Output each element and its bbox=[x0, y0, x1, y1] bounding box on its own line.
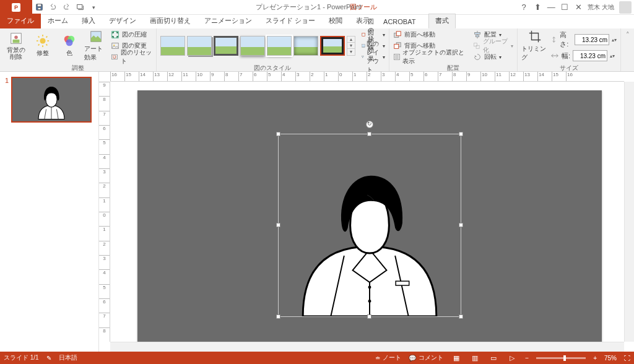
quick-access-toolbar: P ▾ プレゼンテーション1 - PowerPoint 図ツール ? ⬆ — ☐… bbox=[0, 0, 634, 15]
resize-handle[interactable] bbox=[276, 314, 280, 319]
reading-view-button[interactable]: ▭ bbox=[488, 354, 499, 362]
zoom-out-button[interactable]: − bbox=[525, 355, 529, 362]
svg-rect-42 bbox=[476, 45, 479, 48]
slide-panel: 1 bbox=[0, 72, 99, 352]
color-button[interactable]: 色 bbox=[58, 30, 82, 62]
svg-line-12 bbox=[38, 37, 40, 38]
gallery-scroll[interactable]: ▴▾▾ bbox=[347, 36, 355, 56]
help-button[interactable]: ? bbox=[517, 1, 531, 14]
tab-review[interactable]: 校閲 bbox=[322, 14, 349, 28]
svg-rect-26 bbox=[362, 46, 365, 47]
svg-rect-29 bbox=[362, 57, 363, 58]
vertical-ruler: 987654321012345678 bbox=[99, 82, 110, 342]
width-input[interactable] bbox=[573, 50, 607, 61]
style-thumb[interactable] bbox=[187, 36, 212, 56]
svg-rect-1 bbox=[37, 4, 41, 7]
spellcheck-icon[interactable]: ✎ bbox=[46, 355, 51, 362]
sorter-view-button[interactable]: ▥ bbox=[469, 354, 480, 362]
zoom-in-button[interactable]: + bbox=[593, 355, 597, 362]
selection-pane-button[interactable]: オブジェクトの選択と表示 bbox=[393, 52, 466, 62]
svg-rect-3 bbox=[77, 4, 82, 9]
user-name: 荒木 大地 bbox=[588, 3, 614, 12]
picture-layout-button[interactable]: 図のレイアウト▾ bbox=[362, 52, 385, 62]
zoom-level[interactable]: 75% bbox=[604, 355, 617, 362]
fit-to-window-button[interactable]: ⛶ bbox=[624, 355, 630, 362]
slide-indicator[interactable]: スライド 1/1 bbox=[4, 353, 39, 362]
svg-point-18 bbox=[66, 39, 73, 46]
crop-button[interactable]: トリミング bbox=[521, 30, 548, 62]
tab-acrobat[interactable]: ACROBAT bbox=[376, 15, 422, 28]
resize-handle[interactable] bbox=[276, 132, 280, 136]
style-thumb[interactable] bbox=[267, 36, 292, 56]
slide-thumbnail[interactable] bbox=[11, 77, 92, 123]
reset-picture-button[interactable]: 図のリセット bbox=[111, 52, 152, 62]
svg-line-14 bbox=[38, 45, 40, 46]
window-title: プレゼンテーション1 - PowerPoint bbox=[100, 2, 517, 12]
user-avatar[interactable] bbox=[619, 1, 632, 14]
undo-button[interactable] bbox=[46, 1, 59, 14]
svg-rect-28 bbox=[363, 56, 364, 57]
maximize-button[interactable]: ☐ bbox=[558, 1, 571, 14]
minimize-button[interactable]: — bbox=[544, 1, 558, 14]
tab-transitions[interactable]: 画面切り替え bbox=[143, 14, 198, 28]
save-button[interactable] bbox=[32, 1, 46, 14]
svg-rect-6 bbox=[12, 40, 19, 43]
style-thumb[interactable] bbox=[293, 36, 318, 56]
group-adjust: 背景の 削除 修整 色 アート効果 図の圧縮 図 bbox=[0, 28, 157, 71]
picture-content bbox=[279, 134, 461, 316]
style-thumb[interactable] bbox=[240, 36, 265, 56]
language-indicator[interactable]: 日本語 bbox=[59, 353, 77, 362]
style-thumb[interactable] bbox=[214, 36, 238, 56]
tab-file[interactable]: ファイル bbox=[0, 14, 41, 28]
style-thumb[interactable] bbox=[160, 36, 185, 56]
height-icon bbox=[550, 35, 557, 44]
close-button[interactable]: ✕ bbox=[571, 1, 585, 14]
vertical-scrollbar[interactable] bbox=[624, 82, 634, 342]
rotate-handle[interactable] bbox=[366, 121, 373, 128]
group-button[interactable]: グループ化▾ bbox=[473, 41, 513, 51]
svg-rect-2 bbox=[38, 7, 41, 9]
bring-forward-button[interactable]: 前面へ移動 bbox=[393, 30, 466, 40]
resize-handle[interactable] bbox=[459, 223, 463, 227]
ribbon-display-button[interactable]: ⬆ bbox=[531, 1, 544, 14]
group-arrange: 前面へ移動 背面へ移動 オブジェクトの選択と表示 配置▾ グ bbox=[389, 28, 518, 71]
zoom-slider[interactable] bbox=[536, 357, 586, 359]
picture-style-gallery[interactable]: ▴▾▾ bbox=[160, 36, 355, 56]
slideshow-view-button[interactable]: ▷ bbox=[506, 354, 518, 362]
remove-bg-button[interactable]: 背景の 削除 bbox=[4, 30, 28, 62]
tab-design[interactable]: デザイン bbox=[102, 14, 143, 28]
resize-handle[interactable] bbox=[367, 314, 371, 319]
contextual-tab-label: 図ツール bbox=[350, 2, 377, 12]
start-from-beginning-button[interactable] bbox=[73, 1, 87, 14]
qat-customize-button[interactable]: ▾ bbox=[87, 1, 100, 14]
resize-handle[interactable] bbox=[459, 314, 463, 319]
tab-insert[interactable]: 挿入 bbox=[75, 14, 102, 28]
resize-handle[interactable] bbox=[459, 132, 463, 136]
tab-home[interactable]: ホーム bbox=[41, 14, 75, 28]
group-size: トリミング 高さ: ▴▾ 幅: ▴▾ サイズ bbox=[518, 28, 621, 71]
selected-picture[interactable] bbox=[278, 134, 461, 317]
style-thumb-selected[interactable] bbox=[320, 36, 345, 56]
resize-handle[interactable] bbox=[276, 223, 280, 227]
comments-button[interactable]: 💬 コメント bbox=[409, 353, 443, 362]
tab-slideshow[interactable]: スライド ショー bbox=[259, 14, 322, 28]
resize-handle[interactable] bbox=[367, 132, 371, 136]
svg-line-15 bbox=[46, 37, 47, 38]
tab-animations[interactable]: アニメーション bbox=[198, 14, 259, 28]
ribbon: 背景の 削除 修整 色 アート効果 図の圧縮 図 bbox=[0, 28, 634, 72]
collapse-ribbon-button[interactable]: ˄ bbox=[621, 28, 634, 71]
normal-view-button[interactable]: ▦ bbox=[451, 354, 462, 362]
notes-button[interactable]: ≐ ノート bbox=[375, 353, 401, 362]
compress-picture-button[interactable]: 図の圧縮 bbox=[111, 30, 152, 40]
redo-button[interactable] bbox=[59, 1, 73, 14]
corrections-button[interactable]: 修整 bbox=[30, 30, 54, 62]
horizontal-scrollbar[interactable] bbox=[110, 342, 624, 352]
height-input[interactable] bbox=[575, 34, 609, 45]
svg-line-13 bbox=[46, 45, 47, 46]
artistic-effects-button[interactable]: アート効果 bbox=[84, 30, 108, 62]
workspace: 1 16151413121110987654321012345678910111… bbox=[0, 72, 634, 352]
slide-canvas[interactable] bbox=[137, 90, 602, 350]
tab-format[interactable]: 書式 bbox=[428, 14, 456, 28]
svg-rect-41 bbox=[474, 43, 477, 46]
svg-rect-43 bbox=[396, 281, 409, 285]
